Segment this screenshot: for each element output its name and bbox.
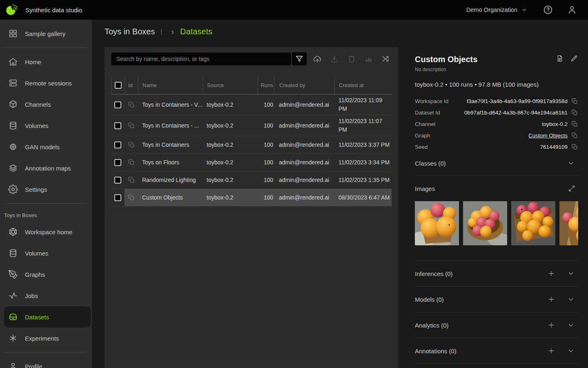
row-checkbox[interactable] xyxy=(114,122,121,129)
copy-icon[interactable] xyxy=(571,98,578,105)
chevron-down-icon xyxy=(521,7,528,13)
sidebar-item-datasets[interactable]: Datasets xyxy=(4,306,91,328)
sidebar-item-jobs[interactable]: Jobs xyxy=(0,285,92,306)
image-thumbnails-row xyxy=(415,201,578,245)
row-checkbox[interactable] xyxy=(114,177,121,184)
copy-id-icon[interactable] xyxy=(128,194,135,201)
copy-id-icon[interactable] xyxy=(128,101,135,108)
organization-name: Demo Organization xyxy=(466,7,517,13)
copy-icon[interactable] xyxy=(571,109,578,116)
column-header-created-by[interactable]: Created by xyxy=(274,76,334,94)
chevron-down-icon[interactable] xyxy=(567,159,575,167)
chevron-down-icon[interactable] xyxy=(567,269,575,278)
edit-pencil-icon[interactable] xyxy=(570,54,578,63)
compare-datasets-button[interactable] xyxy=(381,54,391,64)
download-dataset-button[interactable] xyxy=(330,54,339,64)
sidebar-item-label: Channels xyxy=(25,101,51,108)
filter-button[interactable] xyxy=(292,52,307,65)
asterisk-icon xyxy=(8,333,18,343)
table-row[interactable]: Toys in Containers - V... toybox-0.2 100… xyxy=(111,94,392,115)
organization-selector[interactable]: Demo Organization xyxy=(466,7,528,13)
search-input[interactable] xyxy=(111,52,291,65)
plus-icon[interactable] xyxy=(547,269,555,278)
dataset-name: Randomized Lighting xyxy=(138,177,203,183)
row-checkbox[interactable] xyxy=(114,101,121,108)
classes-section-header[interactable]: Classes (0) xyxy=(415,155,578,171)
sidebar-item-label: Graphs xyxy=(25,271,45,278)
collapsible-section-header[interactable]: Analytics (0) xyxy=(415,312,578,338)
column-header-runs[interactable]: Runs xyxy=(258,76,274,94)
sidebar-item-home[interactable]: Home xyxy=(0,51,92,72)
dataset-source: toybox-0.2 xyxy=(203,159,258,166)
column-header-created-at[interactable]: Created at xyxy=(334,76,392,94)
sidebar-item-channels[interactable]: Channels xyxy=(0,94,92,115)
row-checkbox[interactable] xyxy=(114,194,121,201)
breadcrumb-workspace[interactable]: Toys in Boxes xyxy=(105,27,155,36)
collapsible-section-header[interactable]: Models (0) xyxy=(415,287,578,312)
account-icon[interactable] xyxy=(567,4,577,15)
upload-dataset-button[interactable] xyxy=(312,54,322,64)
copy-id-icon[interactable] xyxy=(128,176,135,184)
sidebar-item-settings[interactable]: Settings xyxy=(0,179,92,200)
row-checkbox[interactable] xyxy=(114,159,121,166)
sidebar-item-volumes[interactable]: Volumes xyxy=(0,115,92,136)
breadcrumb: Toys in Boxes › Datasets xyxy=(105,27,212,36)
copy-icon[interactable] xyxy=(571,121,578,128)
dataset-image-thumbnail[interactable] xyxy=(511,201,555,245)
chevron-down-icon[interactable] xyxy=(567,295,575,303)
dataset-description: No description xyxy=(415,67,578,72)
chevron-down-icon[interactable] xyxy=(567,347,575,355)
dataset-analytics-button[interactable] xyxy=(364,54,374,64)
copy-id-icon[interactable] xyxy=(128,141,135,148)
row-checkbox[interactable] xyxy=(114,141,121,148)
collapsible-section-header[interactable]: Annotations (0) xyxy=(415,338,578,364)
copy-id-icon[interactable] xyxy=(128,122,135,129)
plus-icon[interactable] xyxy=(547,347,555,355)
chevron-down-icon[interactable] xyxy=(567,321,575,329)
dataset-drawer-icon xyxy=(8,312,18,322)
sidebar-item-label: Volumes xyxy=(25,122,49,129)
person-icon xyxy=(8,361,18,368)
dataset-source: toybox-0.2 xyxy=(203,141,258,148)
sidebar-item-profile[interactable]: Profile xyxy=(0,356,92,368)
sidebar-item-annotation-maps[interactable]: Annotation maps xyxy=(0,157,92,179)
sidebar-item-sample-gallery[interactable]: Sample gallery xyxy=(0,23,92,44)
cube-icon xyxy=(8,99,18,109)
help-icon[interactable] xyxy=(543,4,553,15)
sidebar-item-workspace-volumes[interactable]: Volumes xyxy=(0,242,92,264)
copy-id-icon[interactable] xyxy=(128,159,135,166)
column-header-name[interactable]: Name xyxy=(138,76,203,94)
plus-icon[interactable] xyxy=(547,295,555,303)
metadata-label: Channel xyxy=(415,121,435,127)
table-row[interactable]: Toys in Containers toybox-0.2 100 admin@… xyxy=(111,136,392,154)
sidebar-item-graphs[interactable]: Graphs xyxy=(0,264,92,285)
plus-icon[interactable] xyxy=(547,321,555,329)
dataset-image-thumbnail[interactable] xyxy=(415,201,459,245)
dataset-image-thumbnail[interactable] xyxy=(463,201,507,245)
sidebar-item-label: Home xyxy=(25,58,41,65)
classes-section-label: Classes (0) xyxy=(415,160,446,167)
copy-icon[interactable] xyxy=(571,132,578,139)
table-row[interactable]: Custom Objects toybox-0.2 100 admin@rend… xyxy=(111,189,392,206)
column-header-source[interactable]: Source xyxy=(203,76,258,94)
dataset-image-thumbnail[interactable] xyxy=(559,201,578,245)
sidebar-item-workspace-home[interactable]: Workspace home xyxy=(0,221,92,242)
table-row[interactable]: Randomized Lighting toybox-0.2 100 admin… xyxy=(111,171,392,189)
column-header-id[interactable]: Id xyxy=(125,76,138,94)
delete-dataset-button[interactable] xyxy=(347,54,356,64)
sidebar-item-experiments[interactable]: Experiments xyxy=(0,328,92,349)
kebab-menu-icon[interactable] xyxy=(158,28,165,36)
select-all-checkbox[interactable] xyxy=(115,82,122,89)
sidebar-item-label: Experiments xyxy=(25,335,59,342)
table-row[interactable]: Toys on Floors toybox-0.2 100 admin@rend… xyxy=(111,154,392,171)
sidebar-item-label: GAN models xyxy=(25,144,60,150)
dataset-runs: 100 xyxy=(258,194,274,201)
section-label: Analytics (0) xyxy=(415,322,449,329)
table-row[interactable]: Toys in Containers - ... toybox-0.2 100 … xyxy=(111,115,392,136)
sidebar-item-gan-models[interactable]: GAN models xyxy=(0,136,92,157)
document-icon[interactable] xyxy=(556,54,564,63)
collapsible-section-header[interactable]: Inferences (0) xyxy=(415,261,578,287)
expand-icon[interactable] xyxy=(568,184,576,193)
copy-icon[interactable] xyxy=(571,144,578,150)
sidebar-item-remote-sessions[interactable]: Remote sessions xyxy=(0,72,92,94)
